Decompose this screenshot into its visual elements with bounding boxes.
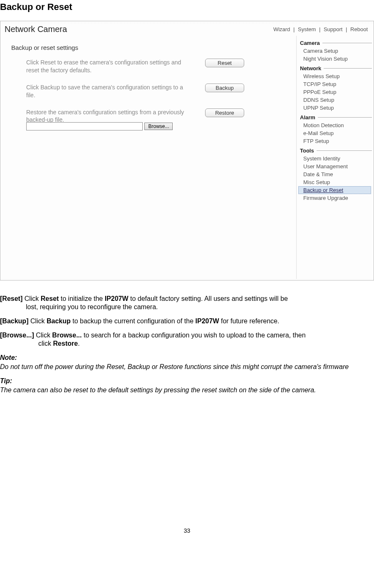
backup-description: Click Backup to save the camera's config… [11, 84, 188, 99]
restore-description: Restore the camera's configuration setti… [11, 108, 188, 124]
manual-text-bold: Reset [41, 295, 59, 302]
sidebar-item-camera-setup[interactable]: Camera Setup [298, 47, 374, 55]
reset-description: Click Reset to erase the camera's config… [11, 59, 188, 74]
manual-text-span: to search for a backup configuration you… [82, 332, 306, 339]
manual-text-span: Click [34, 332, 52, 339]
reset-button[interactable]: Reset [205, 59, 244, 67]
sidebar-item-tcpip-setup[interactable]: TCP/IP Setup [298, 80, 374, 88]
sidebar-header-label: Alarm [300, 114, 315, 121]
top-link-reboot[interactable]: Reboot [349, 26, 369, 32]
manual-note-label: Note: [0, 354, 17, 361]
manual-text-span: for future reference. [219, 317, 279, 325]
manual-text-span: to default factory setting. All users an… [129, 295, 288, 302]
main-pane: Backup or reset settings Click Reset to … [0, 36, 296, 279]
manual-text-span: Click [22, 295, 41, 302]
sidebar-header-label: Network [300, 65, 321, 71]
sidebar: Camera Camera Setup Night Vision Setup N… [296, 36, 374, 279]
sidebar-header-label: Tools [300, 148, 314, 154]
page-number: 33 [0, 527, 374, 534]
sidebar-item-email-setup[interactable]: e-Mail Setup [298, 129, 374, 137]
manual-text-span: Click [28, 317, 47, 325]
sidebar-item-user-management[interactable]: User Management [298, 162, 374, 170]
manual-reset-label: [Reset] [0, 295, 22, 302]
sidebar-item-firmware-upgrade[interactable]: Firmware Upgrade [298, 194, 374, 202]
manual-text-bold: Backup [47, 317, 71, 325]
manual-text-bold: Restore [53, 340, 78, 347]
sidebar-item-ddns-setup[interactable]: DDNS Setup [298, 96, 374, 104]
manual-text-span: to initialize the [59, 295, 104, 302]
restore-file-input[interactable] [26, 122, 143, 130]
manual-text: [Reset] Click Reset to initialize the IP… [0, 295, 374, 394]
restore-button[interactable]: Restore [205, 108, 244, 117]
manual-text-span: to backup the current configuration of t… [71, 317, 196, 325]
sidebar-item-upnp-setup[interactable]: UPNP Setup [298, 104, 374, 112]
sidebar-item-wireless-setup[interactable]: Wireless Setup [298, 72, 374, 80]
manual-note-text: Do not turn off the power during the Res… [0, 363, 349, 370]
sidebar-item-pppoe-setup[interactable]: PPPoE Setup [298, 88, 374, 96]
manual-browse-label: [Browse...] [0, 332, 34, 339]
sidebar-item-motion-detection[interactable]: Motion Detection [298, 121, 374, 129]
manual-text-span: click [38, 340, 53, 347]
sidebar-header-alarm: Alarm [298, 113, 374, 121]
manual-backup-label: [Backup] [0, 317, 28, 325]
manual-text-bold: IP207W [196, 317, 219, 325]
app-title: Network Camera [5, 25, 67, 34]
sidebar-header-label: Camera [300, 40, 320, 46]
section-title: Backup or reset settings [11, 44, 288, 51]
manual-text-span: . [78, 340, 79, 347]
sidebar-item-ftp-setup[interactable]: FTP Setup [298, 137, 374, 145]
app-window: Network Camera Wizard | System | Support… [0, 21, 374, 280]
sidebar-item-night-vision-setup[interactable]: Night Vision Setup [298, 55, 374, 63]
top-link-system[interactable]: System [296, 26, 317, 32]
sidebar-item-backup-or-reset[interactable]: Backup or Reset [298, 186, 371, 194]
sidebar-item-misc-setup[interactable]: Misc Setup [298, 178, 374, 186]
backup-button[interactable]: Backup [205, 84, 244, 92]
manual-text-span: lost, requiring you to reconfigure the c… [0, 303, 158, 311]
manual-text-bold: IP207W [105, 295, 129, 302]
sidebar-header-tools: Tools [298, 147, 374, 155]
manual-tip-text: The camera can also be reset to the defa… [0, 386, 316, 394]
top-links: Wizard | System | Support | Reboot [272, 26, 369, 32]
sidebar-item-system-identity[interactable]: System Identity [298, 155, 374, 162]
manual-text-bold: Browse... [52, 332, 82, 339]
manual-tip-label: Tip: [0, 377, 12, 384]
page-title: Backup or Reset [0, 2, 374, 12]
top-link-wizard[interactable]: Wizard [272, 26, 292, 32]
browse-button[interactable]: Browse... [144, 123, 173, 130]
sidebar-item-date-time[interactable]: Date & Time [298, 170, 374, 178]
top-link-support[interactable]: Support [322, 26, 344, 32]
sidebar-header-camera: Camera [298, 39, 374, 47]
sidebar-header-network: Network [298, 64, 374, 72]
